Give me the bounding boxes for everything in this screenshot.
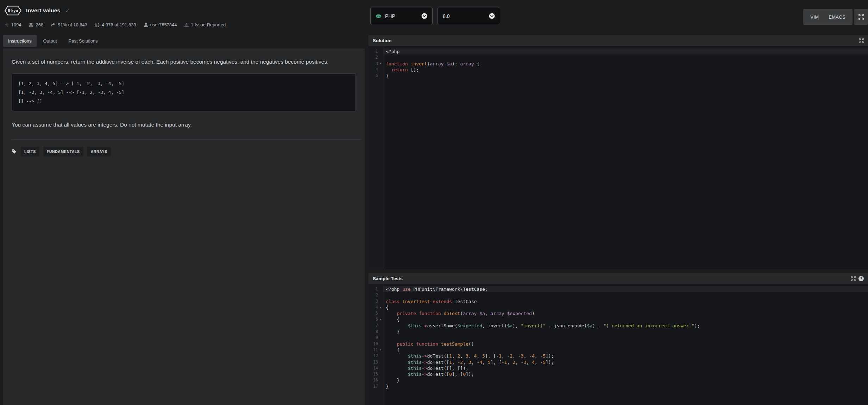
code-line[interactable]: 9 bbox=[369, 335, 868, 341]
code-line[interactable]: 5} bbox=[369, 73, 868, 79]
fold-slot bbox=[378, 335, 383, 341]
tag-icon bbox=[12, 149, 17, 154]
code-text: } bbox=[383, 73, 868, 79]
solution-code-editor[interactable]: 1<?php23▾function invert(array $a): arra… bbox=[369, 46, 868, 269]
fold-slot bbox=[378, 54, 383, 60]
fold-slot bbox=[378, 329, 383, 335]
line-number: 4 bbox=[369, 67, 378, 73]
fold-slot bbox=[378, 286, 383, 292]
sample-tests-panel-title: Sample Tests bbox=[373, 276, 403, 281]
fold-slot bbox=[378, 298, 383, 304]
example-line: [] --> [] bbox=[18, 97, 349, 105]
tag-chip-fundamentals[interactable]: FUNDAMENTALS bbox=[43, 147, 83, 156]
layers-icon bbox=[29, 22, 33, 27]
language-value: PHP bbox=[385, 13, 395, 19]
code-line[interactable]: 2 bbox=[369, 292, 868, 298]
code-line[interactable]: 6▾ { bbox=[369, 316, 868, 322]
line-number: 5 bbox=[369, 310, 378, 316]
example-line: [1, -2, 3, -4, 5] --> [-1, 2, -3, 4, -5] bbox=[18, 88, 349, 97]
fullscreen-button[interactable] bbox=[854, 9, 868, 25]
fold-slot bbox=[378, 377, 383, 383]
code-text: } bbox=[383, 329, 868, 335]
code-line[interactable]: 3class InvertTest extends TestCase bbox=[369, 298, 868, 304]
code-line[interactable]: 1<?php bbox=[369, 49, 868, 54]
kyu-rank-label: 8 kyu bbox=[5, 6, 21, 15]
code-line[interactable]: 16 } bbox=[369, 377, 868, 383]
instructions-panel: Given a set of numbers, return the addit… bbox=[3, 49, 365, 405]
fold-arrow-icon[interactable]: ▾ bbox=[378, 316, 383, 322]
code-line[interactable]: 11▾ { bbox=[369, 347, 868, 353]
tab-past-solutions[interactable]: Past Solutions bbox=[63, 35, 103, 47]
language-select[interactable]: php PHP bbox=[370, 8, 433, 24]
solution-panel: Solution 1<?php23▾function invert(array … bbox=[369, 35, 868, 269]
code-line[interactable]: 12 $this->doTest([1, 2, 3, 4, 5], [-1, -… bbox=[369, 353, 868, 359]
vim-mode-button[interactable]: VIM bbox=[805, 12, 824, 22]
code-line[interactable]: 17} bbox=[369, 384, 868, 390]
fold-arrow-icon[interactable]: ▾ bbox=[378, 61, 383, 67]
fold-arrow-icon[interactable]: ▾ bbox=[378, 347, 383, 353]
expand-panel-icon[interactable] bbox=[851, 276, 856, 281]
code-line[interactable]: 14 $this->doTest([], []); bbox=[369, 365, 868, 371]
version-value: 8.0 bbox=[443, 13, 449, 19]
code-line[interactable]: 2 bbox=[369, 54, 868, 60]
target-icon bbox=[95, 22, 100, 27]
code-line[interactable]: 15 $this->doTest([0], [0]); bbox=[369, 371, 868, 377]
code-line[interactable]: 3▾function invert(array $a): array { bbox=[369, 61, 868, 67]
code-line[interactable]: 5 private function doTest(array $a, arra… bbox=[369, 310, 868, 316]
stat-warning[interactable]: ⚠1 Issue Reported bbox=[184, 22, 226, 27]
stat-target: 4,378 of 191,839 bbox=[95, 22, 136, 27]
tab-bar: InstructionsOutputPast Solutions bbox=[3, 35, 103, 47]
help-icon[interactable]: ? bbox=[858, 276, 864, 281]
expand-panel-icon[interactable] bbox=[859, 38, 864, 43]
code-text: { bbox=[383, 304, 868, 310]
code-line[interactable]: 7 $this->assertSame($expected, invert($a… bbox=[369, 323, 868, 329]
description-paragraph: Given a set of numbers, return the addit… bbox=[12, 58, 356, 66]
line-number: 12 bbox=[369, 353, 378, 359]
sample-tests-panel: Sample Tests ? 1<?php use PHPUnit\Framew… bbox=[369, 273, 868, 405]
stat-layers: 268 bbox=[29, 22, 43, 27]
line-number: 5 bbox=[369, 73, 378, 79]
tag-chip-arrays[interactable]: ARRAYS bbox=[87, 147, 111, 156]
line-number: 11 bbox=[369, 347, 378, 353]
user-icon bbox=[144, 22, 148, 27]
stat-trend: 91% of 10,843 bbox=[51, 22, 87, 27]
code-text: $this->assertSame($expected, invert($a),… bbox=[383, 323, 868, 329]
line-number: 3 bbox=[369, 61, 378, 67]
code-text: <?php bbox=[383, 49, 868, 54]
fold-arrow-icon[interactable]: ▾ bbox=[378, 304, 383, 310]
solution-panel-header: Solution bbox=[369, 35, 868, 46]
stat-value: 1 Issue Reported bbox=[191, 22, 226, 27]
warning-icon: ⚠ bbox=[184, 22, 189, 27]
sample-tests-panel-header: Sample Tests ? bbox=[369, 273, 868, 284]
line-number: 1 bbox=[369, 49, 378, 54]
code-text: return []; bbox=[383, 67, 868, 73]
code-line[interactable]: 8 } bbox=[369, 329, 868, 335]
line-number: 17 bbox=[369, 384, 378, 390]
codewars-kata-trainer: 8 kyu Invert values ✓ ☆109426891% of 10,… bbox=[0, 0, 868, 405]
code-line[interactable]: 1<?php use PHPUnit\Framework\TestCase; bbox=[369, 286, 868, 292]
fold-slot bbox=[378, 67, 383, 73]
tab-output[interactable]: Output bbox=[38, 35, 62, 47]
code-text: class InvertTest extends TestCase bbox=[383, 298, 868, 304]
kata-title[interactable]: Invert values bbox=[26, 7, 60, 14]
tab-instructions[interactable]: Instructions bbox=[3, 35, 37, 47]
code-line[interactable]: 4 return []; bbox=[369, 67, 868, 73]
stat-user[interactable]: user7657844 bbox=[144, 22, 177, 27]
fold-slot bbox=[378, 384, 383, 390]
code-line[interactable]: 13 $this->doTest([1, -2, 3, -4, 5], [-1,… bbox=[369, 359, 868, 365]
fold-slot bbox=[378, 292, 383, 298]
assumptions-paragraph: You can assume that all values are integ… bbox=[12, 122, 356, 128]
code-text: { bbox=[383, 316, 868, 322]
sample-tests-code-editor[interactable]: 1<?php use PHPUnit\Framework\TestCase;23… bbox=[369, 284, 868, 405]
code-line[interactable]: 4▾{ bbox=[369, 304, 868, 310]
line-number: 13 bbox=[369, 359, 378, 365]
code-line[interactable]: 10 public function testSample() bbox=[369, 341, 868, 347]
emacs-mode-button[interactable]: EMACS bbox=[824, 12, 850, 22]
fold-slot bbox=[378, 310, 383, 316]
editor-mode-group: VIMEMACS bbox=[803, 9, 853, 25]
version-select[interactable]: 8.0 bbox=[438, 8, 500, 24]
tag-chip-lists[interactable]: LISTS bbox=[21, 147, 39, 156]
code-text: $this->doTest([1, -2, 3, -4, 5], [-1, 2,… bbox=[383, 359, 868, 365]
line-number: 2 bbox=[369, 54, 378, 60]
fold-slot bbox=[378, 353, 383, 359]
